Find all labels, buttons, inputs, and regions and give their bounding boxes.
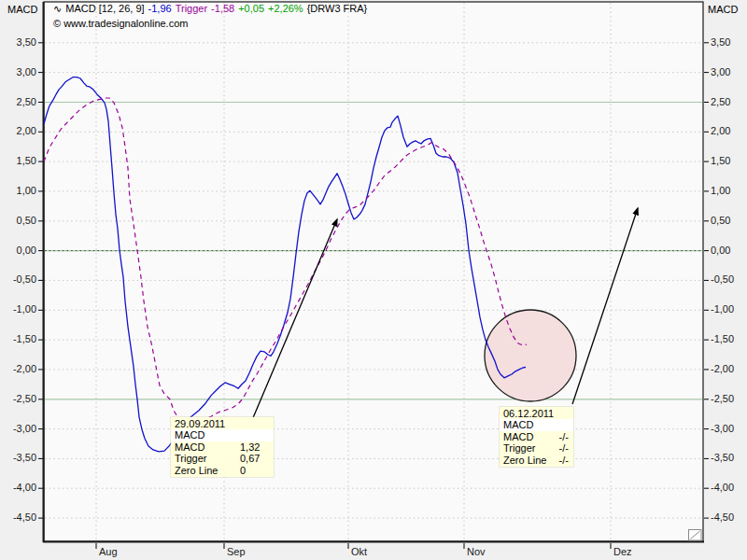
wave-icon: ∿ — [53, 3, 62, 14]
header-segment: {DRW3 FRA} — [307, 3, 368, 14]
y-tick-label-right: -1,00 — [711, 303, 734, 315]
tooltip-row: MACD1,32 — [171, 441, 274, 453]
y-tick-label-right: -2,50 — [711, 393, 734, 404]
y-tick-label-right: -4,00 — [711, 482, 734, 493]
y-tick-label-left: 1,00 — [0, 185, 36, 196]
y-tick-label-left: -0,50 — [0, 273, 36, 285]
month-label-nov: Nov — [467, 546, 486, 557]
y-tick-label-right: -3,50 — [711, 452, 734, 463]
y-tick-label-right: -1,50 — [711, 333, 734, 344]
tooltip-row-label: MACD — [175, 441, 204, 453]
copyright-text: © www.tradesignalonline.com — [53, 18, 188, 29]
tooltip-row-value: -/- — [559, 455, 569, 466]
tooltip-row-label: Zero Line — [175, 465, 218, 476]
y-tick-label-left: -3,00 — [0, 423, 36, 434]
header-segment: -1,96 — [148, 3, 172, 14]
y-tick-label-right: -3,00 — [711, 423, 734, 434]
y-tick-label-left: -1,50 — [0, 333, 36, 344]
tooltip-row: Zero Line-/- — [500, 455, 573, 466]
tooltip-row-label: Trigger — [503, 442, 535, 454]
tooltip-row-value: 0,67 — [240, 453, 260, 464]
y-tick-label-left: -2,00 — [0, 363, 36, 374]
header-segment: MACD [12, 26, 9] — [65, 3, 144, 14]
y-tick-label-left: -4,00 — [0, 482, 36, 493]
chart-window: MACD MACD ∿MACD [12, 26, 9]-1,96Trigger-… — [0, 0, 747, 560]
y-tick-label-left: 0,00 — [0, 245, 36, 256]
chart-canvas[interactable] — [0, 0, 747, 560]
tooltip-row: Zero Line0 — [171, 465, 274, 476]
y-tick-label-right: -0,50 — [711, 273, 734, 285]
tooltip-date: 29.09.2011 — [171, 418, 274, 429]
y-tick-label-right: 3,00 — [711, 66, 730, 77]
y-tick-label-right: 2,50 — [711, 96, 730, 107]
y-tick-label-right: 0,50 — [711, 215, 730, 226]
y-tick-label-left: 2,50 — [0, 96, 36, 107]
y-tick-label-left: 0,50 — [0, 215, 36, 226]
header-segment: Trigger — [176, 3, 207, 14]
tooltip-row-value: 0 — [240, 465, 246, 476]
tooltip-date: 06.12.2011 — [500, 408, 573, 419]
y-tick-label-right: 2,00 — [711, 125, 730, 136]
highlight-circle[interactable] — [485, 310, 576, 401]
tooltip-row-value: -/- — [559, 431, 569, 442]
indicator-header: ∿MACD [12, 26, 9]-1,96Trigger-1,58+0,05+… — [53, 3, 371, 15]
tooltip-row-label: Trigger — [175, 453, 206, 464]
month-label-okt: Okt — [351, 546, 367, 557]
tooltip-row: MACD-/- — [500, 431, 573, 442]
tooltip-row-label: MACD — [503, 431, 533, 442]
y-tick-label-left: 2,00 — [0, 125, 36, 136]
tooltip-row: Trigger-/- — [500, 442, 573, 454]
tooltip-row-value: 1,32 — [240, 441, 260, 453]
y-tick-label-left: 3,00 — [0, 66, 36, 77]
header-segment: +0,05 — [238, 3, 264, 14]
header-segment: -1,58 — [211, 3, 234, 14]
value-tooltip-1: 29.09.2011MACDMACD1,32Trigger0,67Zero Li… — [171, 417, 274, 477]
month-label-aug: Aug — [99, 546, 118, 557]
y-tick-label-left: -1,00 — [0, 303, 36, 315]
y-tick-label-right: -4,50 — [711, 511, 734, 523]
y-tick-label-left: 1,50 — [0, 155, 36, 166]
indicator-header-values: MACD [12, 26, 9]-1,96Trigger-1,58+0,05+2… — [65, 3, 371, 14]
tooltip-row-label: Zero Line — [503, 455, 546, 466]
y-tick-label-right: 1,00 — [711, 185, 730, 196]
y-tick-label-left: -3,50 — [0, 452, 36, 463]
header-segment: +2,26% — [268, 3, 303, 14]
y-tick-label-right: 0,00 — [711, 245, 730, 256]
value-tooltip-2: 06.12.2011MACDMACD-/-Trigger-/-Zero Line… — [500, 407, 573, 467]
y-axis-title-right: MACD — [708, 4, 738, 15]
y-tick-label-left: 3,50 — [0, 36, 36, 48]
y-tick-label-right: 3,50 — [711, 36, 730, 48]
tooltip-series-name: MACD — [171, 429, 274, 441]
y-tick-label-left: -2,50 — [0, 393, 36, 404]
y-axis-title-left: MACD — [7, 4, 37, 15]
tooltip-row: Trigger0,67 — [171, 453, 274, 464]
month-label-sep: Sep — [227, 546, 246, 557]
tooltip-series-name: MACD — [500, 419, 573, 430]
plot-background[interactable] — [44, 2, 703, 541]
y-tick-label-right: 1,50 — [711, 155, 730, 166]
y-tick-label-left: -4,50 — [0, 511, 36, 523]
tooltip-row-value: -/- — [559, 442, 569, 454]
month-label-dez: Dez — [613, 546, 632, 557]
y-tick-label-right: -2,00 — [711, 363, 734, 374]
